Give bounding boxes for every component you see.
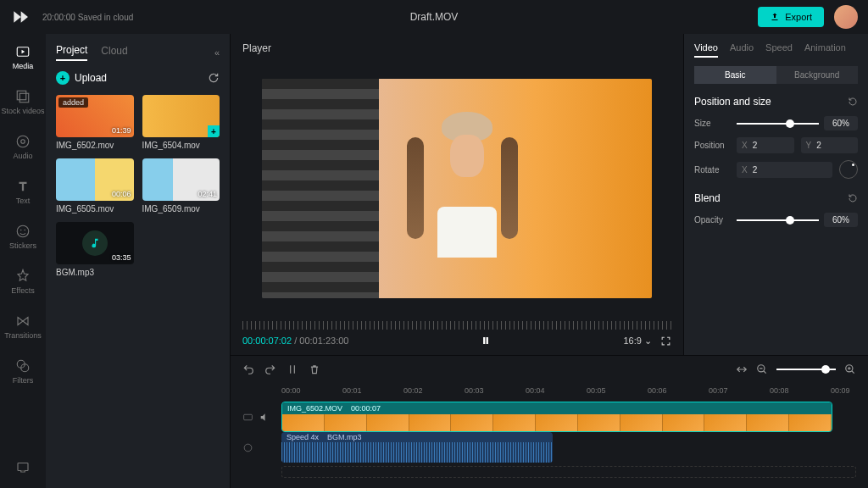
plus-icon: + bbox=[56, 71, 70, 85]
sidebar-item-export-settings[interactable] bbox=[15, 456, 31, 478]
export-label: Export bbox=[785, 12, 812, 22]
effects-icon bbox=[15, 269, 31, 284]
opacity-slider[interactable] bbox=[737, 219, 819, 221]
sidebar-item-effects[interactable]: Effects bbox=[11, 265, 34, 298]
inspector-tab-audio[interactable]: Audio bbox=[730, 42, 754, 58]
filters-icon bbox=[15, 358, 31, 374]
pause-button[interactable] bbox=[480, 335, 492, 347]
svg-rect-13 bbox=[244, 414, 253, 420]
opacity-value[interactable]: 60% bbox=[824, 213, 858, 227]
timeline-audio-clip[interactable]: Speed 4x BGM.mp3 bbox=[281, 432, 553, 463]
video-preview[interactable] bbox=[262, 79, 652, 298]
svg-point-5 bbox=[17, 225, 29, 237]
audio-icon bbox=[15, 134, 31, 149]
rotate-x-input[interactable]: X2 bbox=[737, 162, 832, 178]
rotate-label: Rotate bbox=[694, 165, 730, 175]
aspect-ratio-select[interactable]: 16:9 ⌄ bbox=[624, 336, 652, 347]
timeline-empty-track[interactable] bbox=[281, 466, 856, 478]
split-button[interactable] bbox=[287, 363, 298, 375]
position-y-input[interactable]: Y2 bbox=[801, 137, 859, 153]
media-item[interactable]: 00:06 IMG_6505.mov bbox=[56, 158, 134, 214]
media-item[interactable]: 03:35 BGM.mp3 bbox=[56, 222, 134, 277]
undo-button[interactable] bbox=[242, 363, 254, 375]
stickers-icon bbox=[15, 224, 31, 239]
size-slider[interactable] bbox=[737, 123, 819, 125]
user-avatar[interactable] bbox=[834, 5, 858, 29]
timeline-area: 00:00 00:01 00:02 00:03 00:04 00:05 00:0… bbox=[231, 355, 868, 488]
media-duration: 02:41 bbox=[198, 190, 217, 198]
timeline-zoom-slider[interactable] bbox=[776, 369, 836, 370]
stock-video-icon bbox=[15, 89, 31, 104]
position-label: Position bbox=[694, 141, 730, 150]
track-effects-icon[interactable] bbox=[242, 442, 253, 453]
export-button[interactable]: Export bbox=[758, 7, 824, 27]
left-sidebar: Media Stock videos Audio Text Stickers E… bbox=[0, 34, 46, 488]
player-header: Player bbox=[231, 34, 683, 63]
topbar: 20:00:00 Saved in cloud Draft.MOV Export bbox=[0, 0, 868, 34]
redo-button[interactable] bbox=[264, 363, 276, 375]
media-name: IMG_6502.mov bbox=[56, 141, 134, 150]
collapse-panel-icon[interactable]: « bbox=[214, 47, 220, 58]
transitions-icon bbox=[15, 313, 31, 329]
svg-rect-2 bbox=[19, 93, 29, 103]
subtab-background[interactable]: Background bbox=[776, 66, 859, 84]
sidebar-item-stock-videos[interactable]: Stock videos bbox=[1, 86, 44, 119]
media-item[interactable]: added 01:39 IMG_6502.mov bbox=[56, 95, 134, 150]
player-scrubber[interactable] bbox=[242, 319, 671, 331]
added-badge: added bbox=[58, 97, 88, 108]
svg-point-7 bbox=[24, 230, 25, 231]
refresh-icon[interactable] bbox=[208, 72, 220, 84]
reset-icon[interactable] bbox=[848, 193, 858, 203]
media-item[interactable]: 02:41 IMG_6509.mov bbox=[142, 158, 220, 214]
opacity-label: Opacity bbox=[694, 215, 730, 225]
media-duration: 03:35 bbox=[112, 253, 131, 262]
size-label: Size bbox=[694, 119, 730, 128]
position-x-input[interactable]: X2 bbox=[737, 137, 794, 153]
media-duration: 00:06 bbox=[112, 190, 131, 198]
svg-rect-10 bbox=[18, 463, 28, 471]
rotate-wheel[interactable] bbox=[839, 160, 858, 179]
track-caption-icon[interactable] bbox=[242, 412, 253, 423]
upload-button[interactable]: + Upload bbox=[56, 71, 107, 85]
svg-point-4 bbox=[21, 140, 25, 144]
add-to-timeline-icon[interactable]: + bbox=[208, 125, 220, 137]
sidebar-item-media[interactable]: Media bbox=[13, 41, 34, 74]
media-name: IMG_6509.mov bbox=[142, 204, 220, 214]
sidebar-item-text[interactable]: Text bbox=[15, 175, 31, 208]
fullscreen-icon[interactable] bbox=[660, 336, 671, 347]
reset-icon[interactable] bbox=[848, 97, 858, 107]
inspector-panel: Video Audio Speed Animation Basic Backgr… bbox=[683, 34, 868, 355]
sidebar-item-audio[interactable]: Audio bbox=[13, 130, 32, 164]
project-title[interactable]: Draft.MOV bbox=[410, 11, 459, 23]
sidebar-item-transitions[interactable]: Transitions bbox=[4, 310, 42, 343]
media-item[interactable]: + IMG_6504.mov bbox=[142, 95, 220, 150]
subtab-basic[interactable]: Basic bbox=[694, 66, 776, 84]
inspector-tab-video[interactable]: Video bbox=[694, 42, 718, 58]
track-mute-icon[interactable] bbox=[259, 412, 270, 423]
svg-point-3 bbox=[17, 136, 29, 147]
fit-to-screen-icon[interactable] bbox=[736, 363, 748, 375]
section-position-size: Position and size bbox=[694, 96, 771, 108]
total-time: 00:01:23:00 bbox=[299, 336, 348, 346]
zoom-out-icon[interactable] bbox=[756, 363, 768, 375]
app-logo-icon[interactable] bbox=[10, 8, 29, 26]
save-status: 20:00:00 Saved in cloud bbox=[42, 13, 133, 22]
tab-cloud[interactable]: Cloud bbox=[101, 45, 127, 60]
inspector-tab-animation[interactable]: Animation bbox=[804, 42, 846, 58]
sidebar-item-stickers[interactable]: Stickers bbox=[9, 220, 36, 253]
size-value[interactable]: 60% bbox=[824, 116, 858, 130]
timeline-ruler[interactable]: 00:00 00:01 00:02 00:03 00:04 00:05 00:0… bbox=[231, 383, 868, 398]
delete-button[interactable] bbox=[309, 363, 320, 375]
section-blend: Blend bbox=[694, 192, 721, 204]
svg-rect-1 bbox=[17, 91, 26, 100]
text-icon bbox=[15, 179, 31, 194]
current-time: 00:00:07:02 bbox=[242, 336, 292, 346]
sidebar-item-filters[interactable]: Filters bbox=[13, 355, 34, 388]
project-panel: Project Cloud « + Upload added 01:39 IMG… bbox=[46, 34, 231, 488]
media-name: IMG_6504.mov bbox=[142, 141, 220, 150]
inspector-tab-speed[interactable]: Speed bbox=[765, 42, 793, 58]
center-panel: Player bbox=[231, 34, 868, 488]
tab-project[interactable]: Project bbox=[56, 44, 87, 61]
zoom-in-icon[interactable] bbox=[844, 363, 856, 375]
timeline-video-clip[interactable]: IMG_6502.MOV 00:00:07 bbox=[281, 402, 832, 432]
